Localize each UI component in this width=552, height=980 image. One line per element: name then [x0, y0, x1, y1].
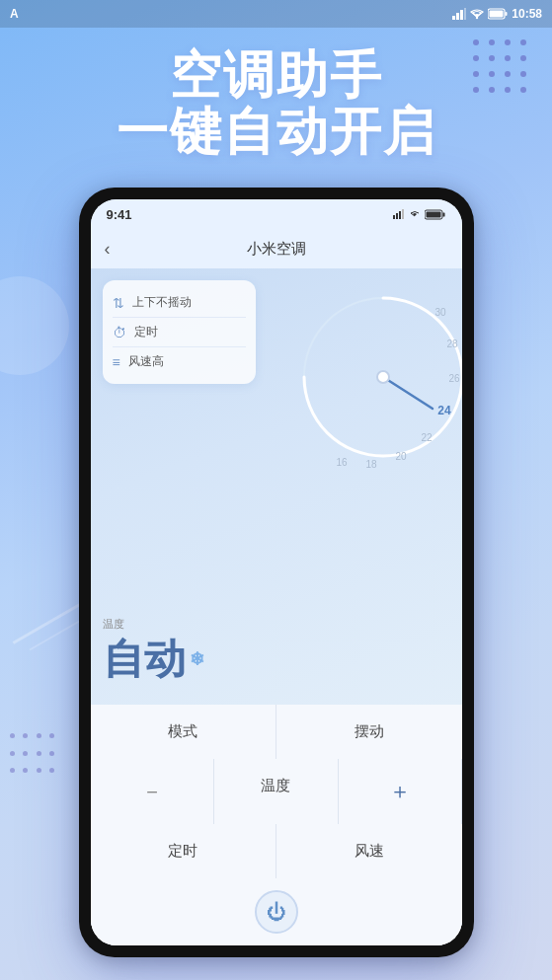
svg-rect-6 — [490, 11, 504, 18]
status-bar: A 10:58 — [0, 0, 552, 28]
svg-point-25 — [377, 371, 389, 383]
svg-rect-10 — [399, 211, 401, 219]
svg-text:22: 22 — [421, 432, 433, 443]
bg-dots-bottom — [10, 733, 59, 783]
temp-text: 自动 — [103, 632, 186, 687]
snowflake-icon: ❄ — [190, 648, 204, 670]
control-grid-row1: 模式 摆动 — [91, 705, 462, 759]
svg-point-4 — [476, 17, 478, 19]
phone-wrapper: 9:41 — [79, 188, 474, 957]
control-grid-row3: 定时 风速 — [91, 824, 462, 878]
signal-icon — [452, 8, 466, 20]
svg-rect-13 — [426, 211, 440, 217]
phone-screen: 9:41 — [91, 199, 462, 945]
svg-text:30: 30 — [434, 307, 446, 318]
back-button[interactable]: ‹ — [105, 239, 111, 260]
temperature-dial: 30 28 26 24 22 20 18 16 — [284, 278, 462, 476]
timer-label: 定时 — [134, 324, 158, 340]
svg-rect-8 — [393, 215, 395, 219]
temp-control-row: － 温度 ＋ — [91, 759, 462, 824]
svg-rect-7 — [506, 12, 508, 16]
phone-status-bar: 9:41 — [91, 199, 462, 229]
phone-app-header: ‹ 小米空调 — [91, 229, 462, 268]
temp-label-center: 温度 — [214, 759, 338, 824]
phone-frame: 9:41 — [79, 188, 474, 957]
timer-icon: ⏱ — [113, 325, 126, 340]
temp-value: 自动 ❄ — [103, 632, 204, 687]
temp-minus-button[interactable]: － — [91, 759, 214, 824]
mode-button[interactable]: 模式 — [91, 705, 276, 759]
svg-line-24 — [383, 377, 433, 409]
swing-icon: ⇅ — [113, 295, 124, 311]
control-swing[interactable]: ⇅ 上下不摇动 — [113, 288, 246, 318]
temp-display: 温度 自动 ❄ — [103, 617, 204, 687]
timer-button[interactable]: 定时 — [91, 824, 276, 878]
fan-icon: ≡ — [113, 354, 120, 370]
app-title: 小米空调 — [247, 240, 306, 259]
phone-status-icons — [393, 209, 446, 220]
svg-text:24: 24 — [437, 404, 451, 417]
status-right: 10:58 — [452, 7, 542, 21]
control-timer[interactable]: ⏱ 定时 — [113, 318, 246, 347]
control-card: ⇅ 上下不摇动 ⏱ 定时 ≡ 风速高 — [103, 280, 256, 384]
svg-text:28: 28 — [446, 339, 458, 349]
bg-circle-left — [0, 276, 69, 375]
svg-rect-1 — [456, 13, 459, 20]
battery-icon — [488, 8, 508, 20]
svg-rect-2 — [460, 10, 463, 20]
swing-button[interactable]: 摆动 — [276, 705, 462, 759]
wifi-icon — [470, 8, 484, 20]
svg-text:26: 26 — [448, 373, 460, 384]
svg-text:18: 18 — [365, 459, 377, 470]
svg-rect-9 — [396, 213, 398, 219]
fan-speed-button[interactable]: 风速 — [276, 824, 462, 878]
hero-title-line1: 空调助手 — [20, 47, 532, 104]
svg-rect-14 — [442, 212, 444, 216]
temp-label: 温度 — [103, 617, 204, 632]
power-button[interactable]: ⏻ — [255, 890, 298, 934]
ac-bottom-panel: 模式 摆动 － 温度 ＋ 定时 风速 ⏻ — [91, 705, 462, 945]
dial-container: 30 28 26 24 22 20 18 16 — [284, 278, 462, 476]
app-label: A — [10, 7, 19, 21]
phone-signal-icon — [393, 209, 405, 219]
power-row: ⏻ — [91, 878, 462, 945]
svg-text:20: 20 — [395, 451, 407, 462]
svg-text:16: 16 — [336, 457, 348, 468]
svg-rect-0 — [452, 16, 455, 20]
phone-time: 9:41 — [107, 207, 132, 222]
fan-label: 风速高 — [128, 353, 164, 370]
svg-rect-3 — [464, 8, 466, 20]
temp-plus-button[interactable]: ＋ — [339, 759, 462, 824]
status-time: 10:58 — [512, 7, 542, 21]
control-fan[interactable]: ≡ 风速高 — [113, 347, 246, 376]
ac-top-area: ⇅ 上下不摇动 ⏱ 定时 ≡ 风速高 — [91, 268, 462, 705]
hero-title-line2: 一键自动开启 — [20, 104, 532, 160]
phone-wifi-icon — [409, 209, 421, 219]
phone-battery-icon — [425, 209, 446, 220]
hero-text: 空调助手 一键自动开启 — [0, 38, 552, 170]
svg-rect-11 — [402, 209, 404, 219]
swing-label: 上下不摇动 — [132, 294, 192, 311]
power-icon: ⏻ — [267, 901, 286, 924]
